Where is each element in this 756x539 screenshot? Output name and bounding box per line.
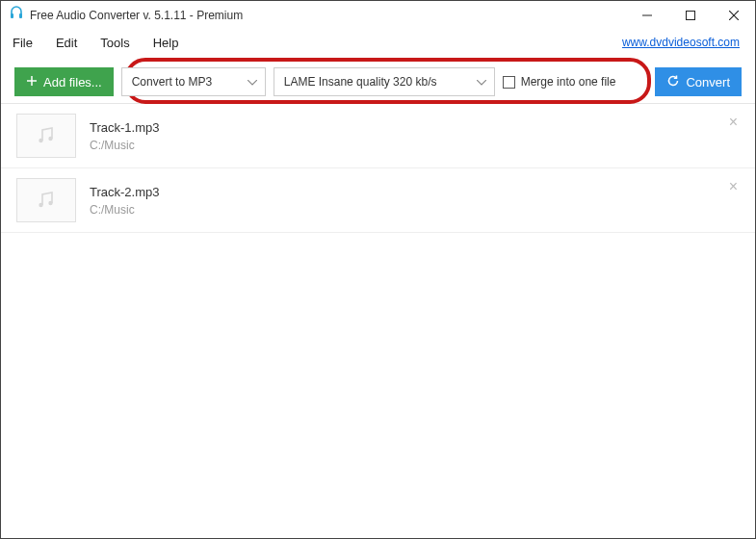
merge-checkbox[interactable]: Merge into one file xyxy=(503,75,616,89)
minimize-button[interactable] xyxy=(625,1,668,30)
svg-point-10 xyxy=(39,203,42,207)
add-files-button[interactable]: Add files... xyxy=(14,67,114,96)
app-icon xyxy=(9,6,24,25)
list-item[interactable]: Track-2.mp3 C:/Music × xyxy=(1,168,755,233)
menu-bar: File Edit Tools Help www.dvdvideosoft.co… xyxy=(1,30,755,55)
convert-label: Convert xyxy=(686,75,730,90)
file-name: Track-2.mp3 xyxy=(90,185,159,199)
svg-point-8 xyxy=(39,139,42,142)
quality-dropdown[interactable]: LAME Insane quality 320 kb/s xyxy=(274,67,495,96)
file-name: Track-1.mp3 xyxy=(90,120,159,135)
vendor-link[interactable]: www.dvdvideosoft.com xyxy=(622,36,740,49)
chevron-down-icon xyxy=(477,75,486,89)
remove-file-button[interactable]: × xyxy=(729,114,738,131)
toolbar: Add files... Convert to MP3 LAME Insane … xyxy=(1,61,755,103)
add-files-label: Add files... xyxy=(43,75,102,90)
window-controls xyxy=(625,1,755,30)
svg-rect-1 xyxy=(19,13,22,18)
file-meta: Track-1.mp3 C:/Music xyxy=(90,120,159,152)
checkbox-icon xyxy=(503,76,515,89)
svg-point-9 xyxy=(48,137,52,141)
convert-button[interactable]: Convert xyxy=(655,67,742,96)
file-list: Track-1.mp3 C:/Music × Track-2.mp3 C:/Mu… xyxy=(1,103,755,233)
merge-label: Merge into one file xyxy=(521,75,616,89)
format-dropdown[interactable]: Convert to MP3 xyxy=(121,67,266,96)
svg-line-4 xyxy=(729,11,739,20)
title-bar: Free Audio Converter v. 5.1.11 - Premium xyxy=(1,1,755,30)
window-title: Free Audio Converter v. 5.1.11 - Premium xyxy=(30,9,625,22)
file-path: C:/Music xyxy=(90,139,159,152)
quality-selected: LAME Insane quality 320 kb/s xyxy=(284,75,437,89)
menu-tools[interactable]: Tools xyxy=(100,36,129,50)
list-item[interactable]: Track-1.mp3 C:/Music × xyxy=(1,104,755,168)
svg-line-5 xyxy=(729,11,739,20)
maximize-button[interactable] xyxy=(668,1,712,30)
svg-rect-0 xyxy=(11,13,13,18)
menu-help[interactable]: Help xyxy=(153,36,179,50)
format-selected: Convert to MP3 xyxy=(132,75,212,89)
menu-file[interactable]: File xyxy=(13,36,33,50)
close-button[interactable] xyxy=(712,1,755,30)
plus-icon xyxy=(26,75,38,90)
chevron-down-icon xyxy=(248,75,257,89)
remove-file-button[interactable]: × xyxy=(729,178,738,195)
svg-point-11 xyxy=(48,201,52,205)
menu-edit[interactable]: Edit xyxy=(56,36,77,50)
svg-rect-3 xyxy=(686,12,694,20)
audio-thumb-icon xyxy=(16,114,76,158)
refresh-icon xyxy=(666,74,680,90)
audio-thumb-icon xyxy=(16,178,76,222)
file-path: C:/Music xyxy=(90,203,159,217)
file-meta: Track-2.mp3 C:/Music xyxy=(90,185,159,217)
